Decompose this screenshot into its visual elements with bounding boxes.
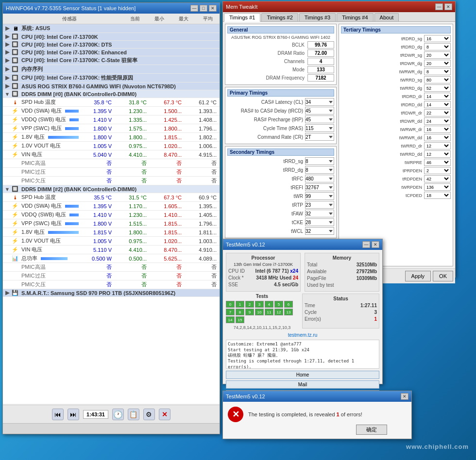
clock-value: 3418 MHz Used 24 — [256, 275, 298, 280]
trdrd-dd-select[interactable]: 14 — [424, 101, 451, 108]
tras-select[interactable]: 115 — [305, 124, 334, 132]
close-button[interactable]: ✕ — [159, 409, 170, 420]
expand-icon[interactable]: ▶ — [4, 83, 11, 89]
sensor-max: 否 — [149, 168, 184, 176]
tfaw-select[interactable]: 32 — [305, 210, 334, 217]
expand-icon[interactable]: ▶ — [4, 75, 11, 81]
trdwr-dg-select[interactable]: 20 — [424, 60, 451, 67]
dimm2-header[interactable]: ▼ 🔲 DDR5 DIMM [#2] (BANK 0/Controller0-D… — [3, 185, 220, 193]
tcpded-select[interactable]: 18 — [424, 192, 451, 199]
tab-timings4[interactable]: Timings #4 — [337, 13, 373, 21]
tab-timings1[interactable]: Timings #1 — [224, 13, 260, 22]
list-item[interactable]: ▶ 🔲 ASUS ROG STRIX B760-I GAMING WIFI (N… — [3, 82, 220, 90]
trefi-select[interactable]: 32767 — [305, 183, 334, 191]
memtweak-close-btn[interactable]: ✕ — [444, 3, 452, 10]
expand-icon[interactable]: ▶ — [4, 33, 11, 40]
expand-icon[interactable]: ▼ — [4, 186, 11, 192]
trdwr-dd-select[interactable]: 24 — [424, 117, 451, 125]
tab-timings3[interactable]: Timings #3 — [299, 13, 336, 21]
sensor-min: 1.575... — [114, 126, 149, 131]
twcl-select[interactable]: 32 — [305, 227, 334, 235]
trp-select[interactable]: 45 — [305, 115, 334, 123]
trdwr-sg-select[interactable]: 20 — [424, 51, 451, 59]
twrpden-select[interactable]: 136 — [424, 183, 451, 191]
testmem-close-btn[interactable]: ✕ — [372, 241, 379, 248]
trtp-select[interactable]: 23 — [305, 201, 334, 209]
used-value: 24 — [293, 275, 298, 280]
twrrd-dd-select[interactable]: 12 — [424, 150, 451, 158]
list-item[interactable]: ▶ 🔲 CPU [#0]: Intel Core i7-13700K: DTS — [3, 41, 220, 49]
trfc-select[interactable]: 480 — [305, 175, 334, 182]
trdpden-select[interactable]: 42 — [424, 175, 451, 182]
sensor-max: 否 — [149, 177, 184, 184]
expand-icon[interactable]: ▶ — [4, 25, 11, 32]
prev-prev-button[interactable]: ⏮ — [52, 409, 64, 420]
list-item[interactable]: ▶ 🔲 CPU [#0]: Intel Core i7-13700K: Enha… — [3, 49, 220, 56]
twrrd-dg-select[interactable]: 52 — [424, 84, 451, 92]
play-button[interactable]: ⏭ — [68, 409, 79, 420]
hwinfo-close-btn[interactable]: ✕ — [209, 5, 217, 12]
mail-button[interactable]: Mail — [226, 380, 379, 389]
cr-select[interactable]: 2T — [305, 133, 334, 141]
twrwr-dd-select[interactable]: 16 — [424, 134, 451, 141]
ok-button[interactable]: OK — [433, 271, 453, 281]
tab-about[interactable]: About — [374, 13, 399, 21]
sensor-cur: 1.005 V — [79, 238, 114, 244]
cl-select[interactable]: 34 — [305, 98, 334, 106]
list-item[interactable]: ▶ 🔲 内存序列 — [3, 65, 220, 74]
apply-button[interactable]: Apply — [405, 271, 431, 281]
memtweak-minimize-btn[interactable]: — — [435, 3, 443, 10]
list-item[interactable]: ▶ 🖥 系统: ASUS — [3, 24, 220, 33]
expand-icon[interactable]: ▼ — [4, 91, 11, 97]
table-row: PMIC过压 否 否 否 否 — [3, 168, 220, 177]
clock-row: Clock * 3418 MHz Used 24 — [228, 275, 298, 280]
list-item[interactable]: ▶ 🔲 CPU [#0]: Intel Core i7-13700K: 性能受限… — [3, 74, 220, 82]
trdrd-dg-select[interactable]: 8 — [424, 43, 451, 50]
sensor-max: 否 — [149, 263, 184, 271]
alert-ok-button[interactable]: 确定 — [356, 425, 387, 435]
tprpden-select[interactable]: 2 — [424, 167, 451, 174]
sensor-label: 内存序列 — [19, 66, 219, 73]
twrrd-dr-select[interactable]: 12 — [424, 142, 451, 149]
expand-icon[interactable]: ▶ — [4, 290, 11, 296]
twrwr-dr-select[interactable]: 16 — [424, 126, 451, 133]
report-button[interactable]: 📋 — [128, 409, 139, 420]
sensor-max: 否 — [149, 272, 184, 279]
list-item[interactable]: ▶ 🔲 CPU [#0]: Intel Core i7-13700K: C-St… — [3, 56, 220, 65]
hwinfo-minimize-btn[interactable]: — — [190, 5, 198, 12]
voltage-icon: ⚡ — [11, 151, 19, 158]
home-button[interactable]: Home — [226, 371, 379, 379]
table-row: PMIC高温 否 否 否 否 — [3, 263, 220, 272]
expand-icon[interactable]: ▶ — [4, 66, 11, 72]
tab-timings2[interactable]: Timings #2 — [261, 13, 298, 21]
used-label: Used — [280, 275, 291, 280]
twrpre-select[interactable]: 46 — [424, 159, 451, 166]
trdrd-sg-select[interactable]: 16 — [424, 35, 451, 42]
twrwr-dg-select[interactable]: 8 — [424, 68, 451, 75]
sensor-cur: 否 — [79, 263, 114, 271]
trrdd-select[interactable]: 8 — [305, 166, 334, 174]
trdwr-dd-label: tRDWR_dd — [341, 119, 424, 124]
trdwr-dr-select[interactable]: 22 — [424, 109, 451, 116]
list-item[interactable]: ▶ 🔲 CPU [#0]: Intel Core i7-13700K — [3, 33, 220, 41]
expand-icon[interactable]: ▶ — [4, 41, 11, 48]
tcpded-row: tCPDED 18 — [341, 192, 451, 199]
twrrd-sg-select[interactable]: 80 — [424, 76, 451, 83]
twr-select[interactable]: 99 — [305, 192, 334, 200]
expand-icon[interactable]: ▶ — [4, 57, 11, 64]
trdrd-dr-select[interactable]: 14 — [424, 93, 451, 100]
settings-button[interactable]: ⚙ — [143, 409, 155, 420]
list-item[interactable]: ▶ 💾 S.M.A.R.T.: Samsung SSD 970 PRO 1TB … — [3, 289, 220, 297]
sensor-max: 1.815... — [149, 221, 184, 227]
hwinfo-restore-btn[interactable]: □ — [200, 5, 207, 12]
testmem-minimize-btn[interactable]: — — [362, 241, 370, 248]
alert-close-btn[interactable]: ✕ — [401, 393, 408, 400]
sensor-min: 否 — [114, 263, 149, 271]
sensor-label: S.M.A.R.T.: Samsung SSD 970 PRO 1TB (S5J… — [19, 290, 219, 296]
trcd-select[interactable]: 45 — [305, 107, 334, 115]
dimm0-header[interactable]: ▼ 🔲 DDR5 DIMM [#0] (BANK 0/Controller0-D… — [3, 90, 220, 98]
expand-icon[interactable]: ▶ — [4, 49, 11, 55]
tcke-select[interactable]: 28 — [305, 218, 334, 226]
trrds-select[interactable]: 8 — [305, 157, 334, 165]
trtp-label: tRTP — [227, 202, 305, 208]
